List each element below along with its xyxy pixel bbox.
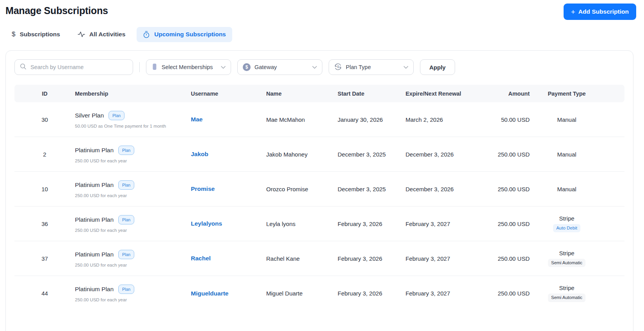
search-input[interactable] <box>30 64 128 71</box>
membership-description: 250.00 USD for each year <box>75 228 191 233</box>
full-name: Mae McMahon <box>266 116 338 123</box>
amount: 250.00 USD <box>495 255 530 262</box>
start-date: February 3, 2026 <box>338 221 406 227</box>
membership-name: Platinium Plan <box>75 147 114 154</box>
membership-cell: Platinium Plan Plan 250.00 USD for each … <box>75 285 191 302</box>
table-row: 37 Platinium Plan Plan 250.00 USD for ea… <box>14 241 624 276</box>
chevron-down-icon <box>221 64 226 70</box>
membership-name: Platinium Plan <box>75 216 114 223</box>
expire-next-renewal-date: December 3, 2026 <box>406 186 495 192</box>
membership-name: Platinium Plan <box>75 251 114 258</box>
plus-icon: + <box>571 8 575 16</box>
expire-next-renewal-date: February 3, 2027 <box>406 290 495 297</box>
full-name: Jakob Mahoney <box>266 151 338 158</box>
tab-upcoming-subscriptions[interactable]: Upcoming Subscriptions <box>137 27 232 42</box>
plan-badge: Plan <box>118 285 134 294</box>
membership-name: Platinium Plan <box>75 286 114 293</box>
amount: 50.00 USD <box>495 116 530 123</box>
gateway-select-label: Gateway <box>254 64 308 70</box>
memberships-select-label: Select Memberships <box>162 64 217 70</box>
filter-bar: Select Memberships $ Gateway <box>14 59 624 75</box>
membership-description: 250.00 USD for each year <box>75 263 191 267</box>
add-subscription-label: Add Subscription <box>578 8 629 15</box>
membership-cell: Platinium Plan Plan 250.00 USD for each … <box>75 215 191 233</box>
payment-type-cell: Stripe Semi Automatic <box>530 250 604 267</box>
stopwatch-icon <box>143 31 150 38</box>
expire-next-renewal-date: March 2, 2026 <box>406 116 495 123</box>
plan-badge: Plan <box>109 111 125 120</box>
full-name: Rachel Kane <box>266 255 338 262</box>
full-name: Orozco Promise <box>266 186 338 192</box>
dollar-icon: $ <box>12 30 15 38</box>
add-subscription-button[interactable]: + Add Subscription <box>564 4 636 20</box>
column-header-start: Start Date <box>338 91 406 97</box>
username-link[interactable]: Leylalyons <box>191 220 222 227</box>
column-header-id: ID <box>14 91 75 97</box>
filter-divider <box>139 62 140 72</box>
tab-bar: $ Subscriptions All Activities Upcoming … <box>5 27 644 42</box>
membership-description: 50.00 USD as One Time payment for 1 mont… <box>75 124 191 128</box>
column-header-expire: Expire/Next Renewal <box>406 91 495 97</box>
membership-description: 250.00 USD for each year <box>75 158 191 163</box>
membership-cell: Platinium Plan Plan 250.00 USD for each … <box>75 146 191 163</box>
plan-badge: Plan <box>118 146 134 155</box>
expire-next-renewal-date: December 3, 2026 <box>406 151 495 158</box>
tab-all-activities[interactable]: All Activities <box>71 27 132 42</box>
amount: 250.00 USD <box>495 186 530 192</box>
payment-type: Stripe <box>559 285 574 291</box>
membership-description: 250.00 USD for each year <box>75 193 191 198</box>
table-row: 44 Platinium Plan Plan 250.00 USD for ea… <box>14 276 624 311</box>
table-row: 30 Silver Plan Plan 50.00 USD as One Tim… <box>14 102 624 137</box>
amount: 250.00 USD <box>495 221 530 227</box>
username-link[interactable]: Promise <box>191 185 215 192</box>
start-date: December 3, 2025 <box>338 186 406 192</box>
username-link[interactable]: Miguelduarte <box>191 290 228 297</box>
plan-badge: Plan <box>118 180 134 190</box>
tab-label: Upcoming Subscriptions <box>154 31 226 38</box>
payment-type-cell: Manual <box>530 116 604 123</box>
plan-type-select-label: Plan Type <box>346 64 400 70</box>
tab-label: Subscriptions <box>20 31 60 38</box>
username-link[interactable]: Rachel <box>191 255 211 262</box>
membership-cell: Platinium Plan Plan 250.00 USD for each … <box>75 180 191 198</box>
memberships-select[interactable]: Select Memberships <box>146 59 231 75</box>
subscription-id: 44 <box>14 290 75 297</box>
apply-button[interactable]: Apply <box>420 59 455 75</box>
amount: 250.00 USD <box>495 151 530 158</box>
membership-cell: Platinium Plan Plan 250.00 USD for each … <box>75 250 191 267</box>
subscription-id: 10 <box>14 186 75 192</box>
gateway-dollar-icon: $ <box>243 63 251 71</box>
tab-subscriptions[interactable]: $ Subscriptions <box>5 27 66 42</box>
page-title: Manage Subscriptions <box>5 5 108 16</box>
column-header-payment: Payment Type <box>530 91 604 97</box>
payment-subtype-badge: Auto Debit <box>553 224 580 233</box>
username-link[interactable]: Mae <box>191 116 203 123</box>
subscriptions-card: Select Memberships $ Gateway <box>5 50 633 331</box>
amount: 250.00 USD <box>495 290 530 297</box>
page-header: Manage Subscriptions + Add Subscription <box>0 0 644 20</box>
full-name: Leyla lyons <box>266 221 338 227</box>
payment-type-cell: Manual <box>530 151 604 158</box>
membership-cell: Silver Plan Plan 50.00 USD as One Time p… <box>75 111 191 128</box>
column-header-membership: Membership <box>75 91 191 97</box>
chevron-down-icon <box>312 64 317 70</box>
plan-badge: Plan <box>118 250 134 259</box>
plan-type-select[interactable]: $ Plan Type <box>329 59 414 75</box>
payment-subtype-badge: Semi Automatic <box>548 259 585 267</box>
payment-type: Manual <box>557 151 576 158</box>
column-header-username: Username <box>191 91 266 97</box>
table-header-row: IDMembershipUsernameNameStart DateExpire… <box>14 85 624 102</box>
svg-text:$: $ <box>337 65 339 69</box>
subscription-id: 36 <box>14 221 75 227</box>
payment-type: Stripe <box>559 215 574 222</box>
expire-next-renewal-date: February 3, 2027 <box>406 221 495 227</box>
expire-next-renewal-date: February 3, 2027 <box>406 255 495 262</box>
username-link[interactable]: Jakob <box>191 151 208 157</box>
gateway-select[interactable]: $ Gateway <box>237 59 322 75</box>
recurring-dollar-icon: $ <box>334 63 342 72</box>
payment-type: Stripe <box>559 250 574 256</box>
column-header-name: Name <box>266 91 338 97</box>
plan-badge: Plan <box>118 215 134 224</box>
search-box <box>14 59 133 75</box>
activity-icon <box>78 31 85 37</box>
